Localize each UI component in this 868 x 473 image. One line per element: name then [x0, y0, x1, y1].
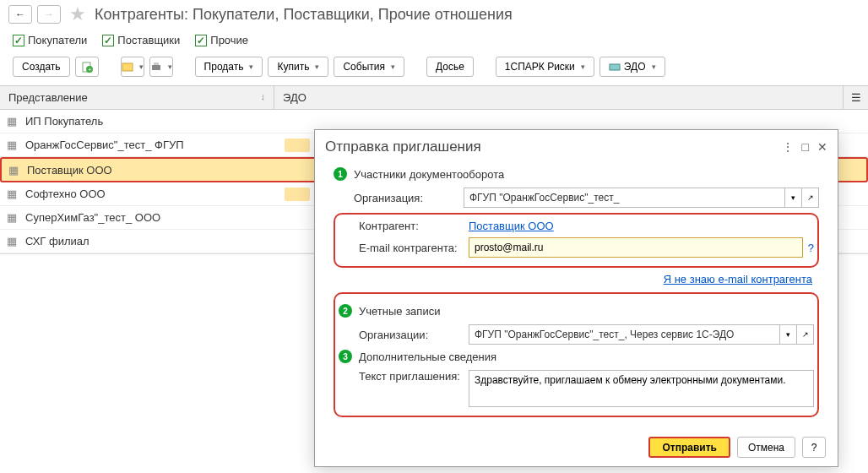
- nav-back-button[interactable]: ←: [8, 5, 32, 24]
- step-1-label: Участники документооборота: [354, 168, 504, 181]
- org2-label: Организации:: [359, 329, 469, 341]
- dialog-title: Отправка приглашения: [325, 139, 481, 155]
- org-icon: ▦: [7, 211, 19, 224]
- email-help-icon[interactable]: ?: [808, 242, 814, 254]
- email-input[interactable]: [469, 237, 803, 258]
- step-2-badge: 2: [339, 304, 352, 318]
- step-1-badge: 1: [334, 167, 347, 181]
- nav-forward-button[interactable]: →: [37, 5, 61, 24]
- org-icon: ▦: [7, 188, 19, 200]
- send-invitation-dialog: Отправка приглашения ⋮ □ ✕ 1Участники до…: [314, 129, 838, 467]
- svg-text:+: +: [88, 66, 92, 73]
- unknown-email-link[interactable]: Я не знаю e-mail контрагента: [664, 273, 812, 285]
- organization-label: Организация:: [354, 192, 464, 204]
- events-button[interactable]: События▾: [334, 57, 404, 77]
- edo-status-badge: [285, 139, 310, 152]
- invite-text-input[interactable]: [469, 370, 814, 407]
- dialog-maximize-button[interactable]: □: [802, 140, 809, 154]
- step-2-label: Учетные записи: [359, 305, 440, 318]
- svg-rect-3: [122, 63, 133, 71]
- org-account-select[interactable]: ФГУП "ОранжГосСервис"_тест_, Через серви…: [469, 324, 780, 345]
- organization-dropdown-button[interactable]: ▾: [785, 188, 802, 208]
- counterparty-label: Контрагент:: [359, 220, 469, 232]
- counterparty-link[interactable]: Поставщик ООО: [469, 220, 554, 232]
- send-button[interactable]: Отправить: [648, 437, 730, 458]
- create-button[interactable]: Создать: [13, 57, 70, 77]
- folder-button[interactable]: ▾: [121, 57, 144, 77]
- highlighted-section-2: 2Учетные записи Организации: ФГУП "Оранж…: [334, 292, 819, 417]
- edo-button[interactable]: ЭДО▾: [599, 57, 665, 77]
- email-label: E-mail контрагента:: [359, 242, 469, 254]
- svg-rect-5: [154, 63, 159, 65]
- svg-rect-4: [152, 65, 160, 70]
- column-header-edo[interactable]: ЭДО: [274, 86, 843, 109]
- filter-buyers-checkbox[interactable]: ✓Покупатели: [13, 34, 87, 46]
- dialog-menu-button[interactable]: ⋮: [782, 140, 794, 154]
- page-title: Контрагенты: Покупатели, Поставщики, Про…: [95, 6, 513, 24]
- column-header-name[interactable]: Представление↓: [0, 86, 274, 109]
- step-3-label: Дополнительные сведения: [359, 351, 496, 363]
- step-3-badge: 3: [339, 350, 352, 363]
- org-icon: ▦: [7, 139, 19, 151]
- sell-button[interactable]: Продать▾: [195, 57, 263, 77]
- sort-indicator-icon: ↓: [261, 91, 266, 104]
- filter-suppliers-checkbox[interactable]: ✓Поставщики: [102, 34, 180, 46]
- filter-others-checkbox[interactable]: ✓Прочие: [195, 34, 248, 46]
- org-account-dropdown-button[interactable]: ▾: [780, 324, 797, 345]
- print-button[interactable]: ▾: [149, 57, 173, 77]
- buy-button[interactable]: Купить▾: [268, 57, 328, 77]
- organization-open-button[interactable]: ↗: [802, 188, 819, 208]
- dialog-close-button[interactable]: ✕: [817, 140, 827, 154]
- help-button[interactable]: ?: [802, 437, 826, 458]
- org-account-open-button[interactable]: ↗: [797, 324, 814, 345]
- svg-rect-6: [610, 64, 620, 70]
- highlighted-section-1: Контрагент: Поставщик ООО E-mail контраг…: [334, 213, 819, 268]
- cancel-button[interactable]: Отмена: [737, 437, 795, 458]
- invite-text-label: Текст приглашения:: [359, 370, 469, 383]
- create-copy-button[interactable]: +: [75, 57, 99, 77]
- spark-risks-button[interactable]: 1СПАРК Риски▾: [496, 57, 594, 77]
- list-settings-button[interactable]: ☰: [843, 86, 868, 109]
- org-icon: ▦: [8, 164, 20, 177]
- edo-status-badge: [285, 188, 310, 201]
- organization-select[interactable]: ФГУП "ОранжГосСервис"_тест_: [464, 188, 785, 208]
- org-icon: ▦: [7, 235, 19, 247]
- org-icon: ▦: [7, 115, 19, 128]
- favorite-star-icon[interactable]: ★: [69, 3, 86, 25]
- dossier-button[interactable]: Досье: [426, 57, 474, 77]
